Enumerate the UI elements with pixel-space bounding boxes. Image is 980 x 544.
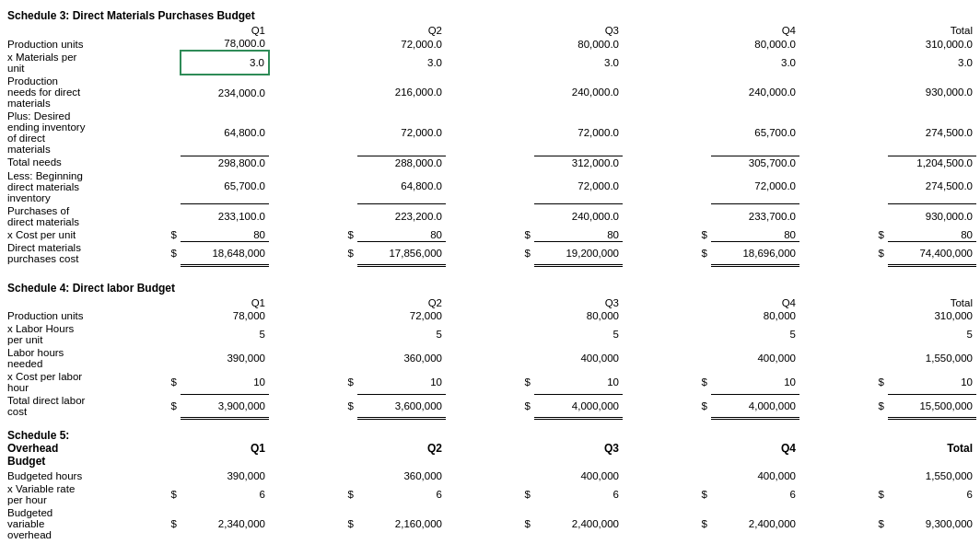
- schedule4-header: Schedule 4: Direct labor Budget: [4, 276, 976, 296]
- s4-q4-header: Q4: [711, 296, 799, 309]
- schedule3-title: Schedule 3: Direct Materials Purchases B…: [4, 4, 976, 24]
- budget-table: Schedule 3: Direct Materials Purchases B…: [4, 4, 976, 544]
- s3-less-beginning: Less: Beginning direct materials invento…: [4, 169, 976, 204]
- schedule5-header: Schedule 5: Overhead Budget Q1 Q2 Q3 Q4 …: [4, 423, 976, 469]
- s3-total-header: Total: [888, 24, 976, 37]
- s3-desired-ending: Plus: Desired ending inventory of direct…: [4, 110, 976, 156]
- schedule5-title: Schedule 5: Overhead Budget: [4, 423, 92, 469]
- s5-variable-rate: x Variable rate per hour $ 6 $ 6 $ 6 $ 6…: [4, 482, 976, 506]
- s4-labor-hours-needed: Labor hours needed 390,000 360,000 400,0…: [4, 346, 976, 370]
- main-container: Schedule 3: Direct Materials Purchases B…: [0, 0, 980, 544]
- s5-total-header: Total: [888, 423, 976, 469]
- s3-production-needs: Production needs for direct materials 23…: [4, 75, 976, 110]
- s4-total-header: Total: [888, 296, 976, 309]
- s3-production-units: Production units 78,000.0 72,000.0 80,00…: [4, 37, 976, 51]
- schedule4-title: Schedule 4: Direct labor Budget: [4, 276, 976, 296]
- s4-q3-header: Q3: [534, 296, 623, 309]
- s5-q1-header: Q1: [181, 423, 269, 469]
- s4-total-labor-cost: Total direct labor cost $ 3,900,000 $ 3,…: [4, 394, 976, 418]
- s3-q3-header: Q3: [534, 24, 623, 37]
- s3-purchases: Purchases of direct materials 233,100.0 …: [4, 204, 976, 228]
- s3-q4-header: Q4: [711, 24, 799, 37]
- s4-q2-header: Q2: [357, 296, 446, 309]
- schedule4-quarter-headers: Q1 Q2 Q3 Q4 Total: [4, 296, 976, 309]
- s5-budgeted-hours: Budgeted hours 390,000 360,000 400,000 4…: [4, 469, 976, 482]
- s3-q1-header: Q1: [181, 24, 269, 37]
- schedule3-quarter-headers: Q1 Q2 Q3 Q4 Total: [4, 24, 976, 37]
- s3-total-needs: Total needs 298,800.0 288,000.0 312,000.…: [4, 156, 976, 169]
- s5-q4-header: Q4: [711, 423, 799, 469]
- s4-production-units: Production units 78,000 72,000 80,000 80…: [4, 309, 976, 322]
- s3-q2-header: Q2: [357, 24, 446, 37]
- s3-purchases-cost: Direct materials purchases cost $ 18,648…: [4, 241, 976, 265]
- s4-q1-header: Q1: [181, 296, 269, 309]
- s3-cost-per-unit: x Cost per unit $ 80 $ 80 $ 80 $ 80 $ 80: [4, 228, 976, 242]
- s5-q2-header: Q2: [357, 423, 446, 469]
- s4-cost-per-labor-hour: x Cost per labor hour $ 10 $ 10 $ 10 $ 1…: [4, 370, 976, 394]
- s4-labor-hours-unit: x Labor Hours per unit 5 5 5 5 5: [4, 322, 976, 346]
- s5-variable-overhead: Budgeted variable overhead $ 2,340,000 $…: [4, 506, 976, 541]
- schedule3-header: Schedule 3: Direct Materials Purchases B…: [4, 4, 976, 24]
- s5-q3-header: Q3: [534, 423, 623, 469]
- s3-materials-per-unit: x Materials per unit 3.0 3.0 3.0 3.0 3.0: [4, 51, 976, 75]
